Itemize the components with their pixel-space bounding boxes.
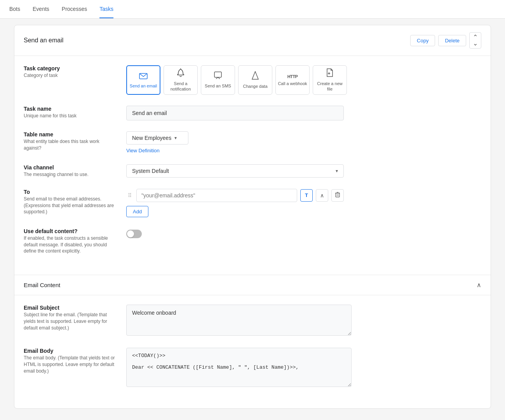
category-send-email[interactable]: Send an email	[126, 65, 160, 95]
svg-rect-2	[214, 72, 221, 77]
sort-button[interactable]: ⌃⌄	[469, 32, 481, 49]
to-label-col: To Send email to these email addresses. …	[24, 189, 117, 215]
table-name-row: Table name What entity table does this t…	[24, 131, 481, 153]
category-send-email-label: Send an email	[130, 83, 157, 89]
nav-tasks[interactable]: Tasks	[99, 0, 113, 18]
email-subject-label: Email Subject	[24, 305, 117, 311]
email-content-title: Email Content	[24, 282, 60, 288]
task-category-label: Task category	[24, 65, 117, 71]
table-name-dropdown[interactable]: New Employees ▾	[126, 131, 188, 145]
nav-bots[interactable]: Bots	[9, 0, 20, 18]
table-name-sublabel: What entity table does this task work ag…	[24, 138, 117, 152]
create-file-icon	[326, 68, 333, 79]
task-name-label-col: Task name Unique name for this task	[24, 106, 117, 119]
top-nav: Bots Events Processes Tasks	[0, 0, 505, 19]
add-email-button[interactable]: Add	[126, 206, 148, 217]
email-body-sublabel: The email body. (Template that yields te…	[24, 355, 117, 374]
sms-icon	[214, 71, 222, 82]
svg-marker-3	[252, 71, 258, 79]
task-name-control	[126, 106, 481, 120]
to-type-formula-button[interactable]: ∧	[316, 189, 328, 202]
drag-handle-icon[interactable]: ⠿	[126, 191, 133, 200]
card-header: Send an email Copy Delete ⌃⌄	[14, 25, 491, 56]
task-category-controls: Send an email Send a notification	[126, 65, 481, 95]
default-content-toggle[interactable]	[126, 230, 142, 238]
email-subject-label-col: Email Subject Subject line for the email…	[24, 305, 117, 331]
task-name-row: Task name Unique name for this task	[24, 106, 481, 120]
view-definition-link[interactable]: View Definition	[126, 148, 481, 153]
task-card: Send an email Copy Delete ⌃⌄ Task catego…	[14, 25, 491, 409]
category-send-sms[interactable]: Send an SMS	[201, 65, 235, 95]
default-content-control	[126, 228, 481, 238]
email-subject-row: Email Subject Subject line for the email…	[24, 305, 481, 337]
category-create-file[interactable]: Create a new file	[313, 65, 347, 95]
to-sublabel: Send email to these email addresses. (Ex…	[24, 196, 117, 215]
notification-icon	[177, 68, 185, 79]
change-data-icon	[252, 71, 259, 82]
to-email-input[interactable]	[136, 189, 297, 202]
to-delete-button[interactable]	[331, 189, 344, 202]
webhook-icon: HTTP	[287, 74, 298, 79]
email-icon	[139, 71, 148, 82]
default-content-row: Use default content? If enabled, the tas…	[24, 228, 481, 254]
email-subject-control: Welcome onboard	[126, 305, 481, 337]
nav-events[interactable]: Events	[33, 0, 49, 18]
task-name-sublabel: Unique name for this task	[24, 113, 117, 119]
task-category-sublabel: Category of task	[24, 72, 117, 79]
category-change-data[interactable]: Change data	[238, 65, 272, 95]
category-sms-label: Send an SMS	[205, 83, 231, 89]
email-body-control: <<TODAY()>> Dear << CONCATENATE ([First …	[126, 348, 481, 388]
task-name-label: Task name	[24, 106, 117, 112]
table-name-label: Table name	[24, 131, 117, 138]
task-name-input[interactable]	[126, 106, 344, 120]
category-webhook-label: Call a webhook	[278, 81, 307, 86]
chevron-down-icon: ▾	[174, 135, 177, 141]
email-body-row: Email Body The email body. (Template tha…	[24, 348, 481, 388]
category-icons-group: Send an email Send a notification	[126, 65, 481, 95]
text-type-icon: T	[305, 192, 308, 198]
email-body-label-col: Email Body The email body. (Template tha…	[24, 348, 117, 374]
to-control: ⠿ T ∧	[126, 189, 481, 217]
email-body-textarea[interactable]: <<TODAY()>> Dear << CONCATENATE ([First …	[126, 348, 352, 387]
email-subject-textarea[interactable]: Welcome onboard	[126, 305, 352, 336]
to-label: To	[24, 189, 117, 195]
via-channel-value: System Default	[132, 168, 169, 174]
email-content-body: Email Subject Subject line for the email…	[14, 295, 491, 408]
table-name-label-col: Table name What entity table does this t…	[24, 131, 117, 152]
email-subject-sublabel: Subject line for the email. (Template th…	[24, 312, 117, 331]
category-notification-label: Send a notification	[165, 81, 196, 92]
via-channel-label: Via channel	[24, 164, 117, 171]
category-create-file-label: Create a new file	[315, 81, 345, 92]
email-content-section-header[interactable]: Email Content ∧	[14, 275, 491, 295]
page-title: Send an email	[24, 37, 63, 44]
card-body: Task category Category of task	[14, 56, 491, 275]
svg-rect-6	[336, 193, 340, 197]
default-content-label: Use default content?	[24, 228, 117, 234]
formula-icon: ∧	[320, 192, 324, 199]
section-collapse-icon: ∧	[477, 281, 481, 289]
default-content-label-col: Use default content? If enabled, the tas…	[24, 228, 117, 254]
delete-button[interactable]: Delete	[438, 35, 466, 46]
to-row: To Send email to these email addresses. …	[24, 189, 481, 217]
category-send-notification[interactable]: Send a notification	[164, 65, 198, 95]
table-name-control: New Employees ▾ View Definition	[126, 131, 481, 153]
via-channel-dropdown[interactable]: System Default ▾	[126, 164, 344, 178]
task-category-label-col: Task category Category of task	[24, 65, 117, 79]
category-change-data-label: Change data	[243, 84, 268, 89]
to-field-row: ⠿ T ∧	[126, 189, 344, 202]
table-name-value: New Employees	[132, 135, 171, 141]
default-content-toggle-container	[126, 230, 481, 238]
via-channel-sublabel: The messaging channel to use.	[24, 171, 117, 178]
nav-processes[interactable]: Processes	[62, 0, 87, 18]
default-content-sublabel: If enabled, the task constructs a sensib…	[24, 235, 117, 254]
task-category-row: Task category Category of task	[24, 65, 481, 95]
main-container: Send an email Copy Delete ⌃⌄ Task catego…	[8, 19, 497, 415]
header-actions: Copy Delete ⌃⌄	[410, 32, 481, 49]
chevron-down-icon-2: ▾	[336, 168, 338, 174]
category-call-webhook[interactable]: HTTP Call a webhook	[275, 65, 310, 95]
to-type-text-button[interactable]: T	[300, 189, 313, 202]
copy-button[interactable]: Copy	[410, 35, 435, 46]
email-body-label: Email Body	[24, 348, 117, 354]
via-channel-control: System Default ▾	[126, 164, 481, 178]
delete-icon	[335, 192, 340, 199]
